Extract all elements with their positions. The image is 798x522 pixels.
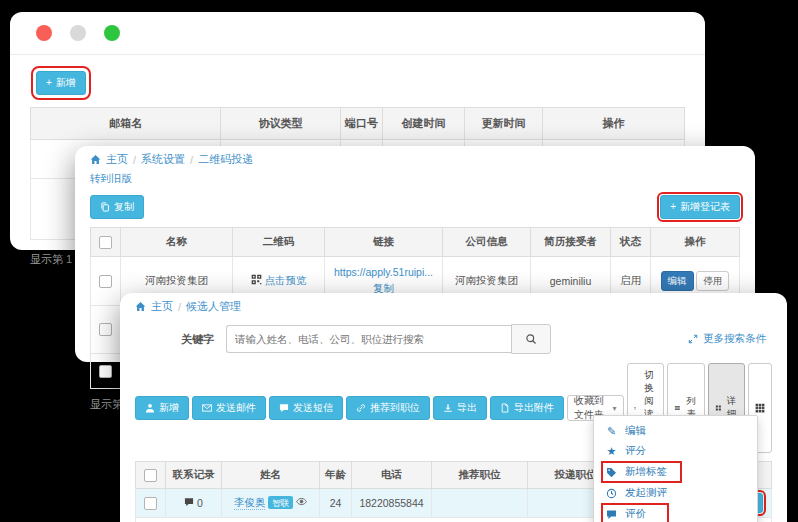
edit-form-button[interactable]: 编辑 xyxy=(661,271,694,291)
col-link: 链接 xyxy=(325,228,443,257)
row-checkbox[interactable] xyxy=(99,275,112,288)
home-icon xyxy=(135,301,146,312)
link-icon xyxy=(356,403,366,413)
add-candidate-button[interactable]: 新增 xyxy=(135,396,189,420)
envelope-icon xyxy=(202,403,212,413)
menu-item-start-assessment[interactable]: 发起测评 xyxy=(594,483,757,503)
col-phone: 电话 xyxy=(352,462,432,489)
col-qrcode: 二维码 xyxy=(233,228,325,257)
col-select xyxy=(91,228,121,257)
menu-item-score[interactable]: ★ 评分 xyxy=(594,441,757,461)
minimize-button[interactable] xyxy=(70,25,86,41)
add-mailbox-button[interactable]: + 新增 xyxy=(36,71,86,95)
more-search-link[interactable]: 更多搜索条件 xyxy=(688,332,766,346)
row-checkbox[interactable] xyxy=(99,365,112,378)
maximize-button[interactable] xyxy=(104,25,120,41)
search-input[interactable] xyxy=(226,325,511,353)
menu-item-start-assessment-label: 发起测评 xyxy=(625,486,667,500)
recommend-to-job-button[interactable]: 推荐到职位 xyxy=(346,396,430,420)
qr-preview-link[interactable]: 点击预览 xyxy=(264,274,306,286)
col-contact-records: 联系记录 xyxy=(166,462,222,489)
col-name: 姓名 xyxy=(222,462,320,489)
recommended-job-cell xyxy=(432,489,528,518)
phone-cell: 18220855844 xyxy=(352,489,432,518)
close-button[interactable] xyxy=(36,25,52,41)
home-icon xyxy=(90,154,101,165)
col-actions: 操作 xyxy=(651,228,740,257)
select-all-checkbox[interactable] xyxy=(144,469,157,482)
row-checkbox[interactable] xyxy=(99,323,112,336)
expand-arrows-icon xyxy=(688,334,698,344)
comment-icon xyxy=(606,509,617,520)
add-candidate-label: 新增 xyxy=(159,403,179,413)
search-row: 关键字 更多搜索条件 xyxy=(135,324,772,354)
menu-item-add-tag-label: 新增标签 xyxy=(625,465,667,479)
col-name: 名称 xyxy=(121,228,233,257)
candidate-content: 主页 / 候选人管理 关键字 更多搜索条件 新增 发送邮件 xyxy=(120,293,787,522)
qr-code-icon xyxy=(251,274,262,285)
old-version-link[interactable]: 转到旧版 xyxy=(90,172,132,186)
caret-down-icon: ▾ xyxy=(612,404,616,413)
export-attachments-label: 导出附件 xyxy=(514,403,554,413)
apply-url-link[interactable]: https://apply.51ruipi... xyxy=(334,266,433,278)
menu-item-score-label: 评分 xyxy=(625,444,646,458)
row-checkbox[interactable] xyxy=(144,497,157,510)
col-created: 创建时间 xyxy=(383,108,465,140)
eye-icon[interactable] xyxy=(296,496,307,507)
breadcrumb-system-settings[interactable]: 系统设置 xyxy=(141,152,185,167)
comment-icon xyxy=(184,497,194,507)
window-titlebar xyxy=(10,12,705,55)
contact-count: 0 xyxy=(197,497,203,509)
menu-item-edit[interactable]: ✎ 编辑 xyxy=(594,421,757,441)
send-sms-button[interactable]: 发送短信 xyxy=(269,396,343,420)
copy-button[interactable]: 复制 xyxy=(90,195,144,219)
contact-count-cell: 0 xyxy=(166,489,222,518)
add-registration-form-label: 新增登记表 xyxy=(680,202,730,212)
row-actions-menu: ✎ 编辑 ★ 评分 新增标签 发起测评 评价 xyxy=(593,415,758,522)
send-sms-label: 发送短信 xyxy=(293,403,333,413)
breadcrumb-qr-delivery[interactable]: 二维码投递 xyxy=(198,152,253,167)
breadcrumb-home[interactable]: 主页 xyxy=(151,299,173,314)
tag-icon xyxy=(606,467,617,478)
candidate-panel: 主页 / 候选人管理 关键字 更多搜索条件 新增 发送邮件 xyxy=(120,293,787,522)
qr-table-header: 名称 二维码 链接 公司信息 简历接受者 状态 操作 xyxy=(91,228,740,257)
breadcrumb-home[interactable]: 主页 xyxy=(106,152,128,167)
select-all-checkbox[interactable] xyxy=(99,236,112,249)
col-receiver: 简历接受者 xyxy=(531,228,611,257)
person-icon xyxy=(145,403,155,413)
download-icon xyxy=(443,403,453,413)
breadcrumb: 主页 / 候选人管理 xyxy=(135,299,772,314)
file-icon xyxy=(500,403,510,413)
export-button[interactable]: 导出 xyxy=(433,396,487,420)
menu-item-comment[interactable]: 评价 xyxy=(594,503,757,522)
candidate-name-cell: 李俊奥 智联 xyxy=(222,489,320,518)
breadcrumb-separator: / xyxy=(178,301,181,313)
breadcrumb-separator: / xyxy=(190,154,193,166)
breadcrumb: 主页 / 系统设置 / 二维码投递 xyxy=(90,152,740,167)
search-button[interactable] xyxy=(511,324,551,354)
message-icon xyxy=(279,403,289,413)
col-status: 状态 xyxy=(611,228,651,257)
candidate-name-link[interactable]: 李俊奥 xyxy=(234,496,266,510)
export-attachments-button[interactable]: 导出附件 xyxy=(490,396,564,420)
col-company: 公司信息 xyxy=(443,228,531,257)
add-registration-form-button[interactable]: + 新增登记表 xyxy=(660,195,740,219)
copy-icon xyxy=(100,202,110,212)
keyword-label: 关键字 xyxy=(181,332,214,347)
col-port: 端口号 xyxy=(341,108,383,140)
col-actions: 操作 xyxy=(543,108,685,140)
copy-url-link[interactable]: 复制 xyxy=(373,282,394,294)
export-label: 导出 xyxy=(457,403,477,413)
breadcrumb-separator: / xyxy=(133,154,136,166)
reading-view-icon xyxy=(634,403,637,413)
disable-form-button[interactable]: 停用 xyxy=(696,271,729,291)
breadcrumb-candidates[interactable]: 候选人管理 xyxy=(186,299,241,314)
col-select xyxy=(136,462,166,489)
edit-form-label: 编辑 xyxy=(668,276,687,286)
recommend-to-job-label: 推荐到职位 xyxy=(370,403,420,413)
copy-label: 复制 xyxy=(114,202,134,212)
qr-toolbar: 复制 + 新增登记表 xyxy=(90,195,740,219)
menu-item-add-tag[interactable]: 新增标签 xyxy=(594,461,757,483)
send-mail-label: 发送邮件 xyxy=(216,403,256,413)
send-mail-button[interactable]: 发送邮件 xyxy=(192,396,266,420)
